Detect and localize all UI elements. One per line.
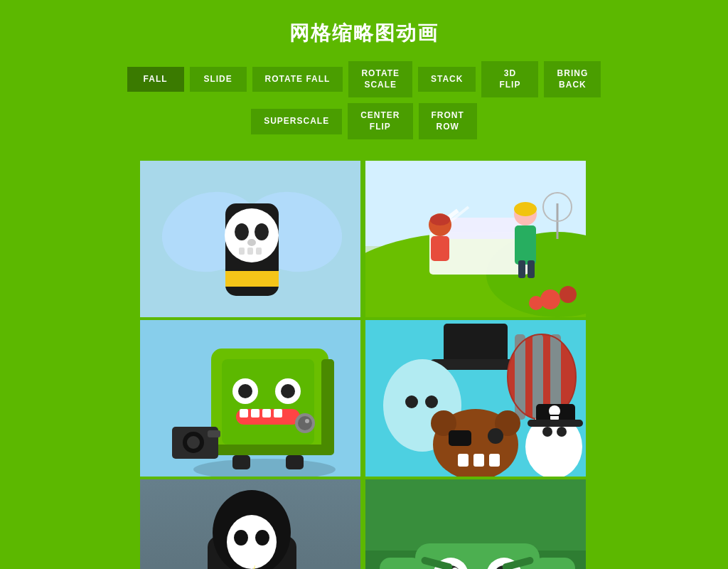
svg-point-84: [542, 427, 552, 437]
grid-item-1[interactable]: [140, 161, 360, 317]
svg-point-55: [187, 436, 200, 449]
svg-point-29: [560, 286, 577, 303]
svg-point-41: [238, 384, 252, 398]
grid-item-3[interactable]: [140, 320, 360, 477]
nav-btn-slide[interactable]: SLIDE: [190, 67, 247, 92]
svg-point-90: [227, 515, 277, 569]
svg-point-50: [305, 419, 309, 423]
nav-btn-stack[interactable]: STACK: [418, 67, 476, 92]
svg-point-62: [405, 395, 418, 408]
svg-rect-46: [262, 409, 271, 418]
nav-btn-center-flip[interactable]: CENTERFLIP: [348, 103, 412, 139]
svg-rect-65: [515, 334, 525, 420]
svg-point-85: [557, 427, 567, 437]
svg-point-8: [247, 239, 256, 246]
grid-item-5[interactable]: [140, 479, 360, 569]
nav-btn-bring-back[interactable]: BRINGBACK: [544, 61, 601, 97]
grid-item-6[interactable]: [365, 479, 586, 569]
svg-rect-27: [528, 260, 535, 278]
svg-rect-47: [274, 409, 282, 418]
svg-rect-36: [321, 359, 334, 455]
svg-rect-52: [286, 455, 304, 469]
svg-rect-106: [380, 558, 422, 569]
svg-point-63: [425, 395, 438, 408]
svg-point-28: [540, 289, 560, 309]
nav-btn-rotate-fall[interactable]: ROTATE FALL: [252, 67, 343, 92]
svg-rect-56: [208, 430, 220, 437]
nav-btn-fall[interactable]: FALL: [127, 67, 184, 92]
svg-point-42: [281, 384, 295, 398]
svg-point-92: [255, 530, 269, 546]
svg-rect-11: [256, 248, 262, 255]
svg-rect-51: [232, 455, 250, 469]
svg-rect-72: [449, 430, 471, 446]
svg-rect-4: [225, 271, 279, 287]
nav-row-1: FALL SLIDE ROTATE FALL ROTATESCALE STACK…: [127, 61, 601, 97]
svg-point-21: [430, 214, 450, 225]
page-title: 网格缩略图动画: [0, 0, 728, 61]
svg-point-24: [514, 202, 537, 216]
grid-container: [140, 161, 588, 569]
svg-rect-44: [240, 409, 248, 418]
svg-rect-25: [515, 225, 536, 265]
svg-rect-74: [458, 454, 469, 467]
grid-item-2[interactable]: [365, 161, 586, 317]
svg-point-7: [255, 223, 269, 240]
svg-rect-76: [489, 454, 500, 467]
svg-rect-75: [473, 454, 484, 467]
nav-btn-superscale[interactable]: SUPERSCALE: [251, 109, 342, 134]
svg-point-49: [298, 416, 312, 430]
svg-rect-45: [251, 409, 259, 418]
svg-rect-80: [528, 420, 583, 427]
svg-point-30: [529, 296, 543, 310]
svg-rect-26: [518, 260, 525, 278]
nav-btn-3d-flip[interactable]: 3DFLIP: [481, 61, 538, 97]
svg-point-6: [235, 223, 249, 240]
svg-rect-107: [532, 558, 575, 569]
svg-point-91: [234, 530, 248, 546]
grid-item-4[interactable]: [365, 320, 586, 477]
nav-btn-front-row[interactable]: FRONTROW: [419, 103, 477, 139]
nav-container: FALL SLIDE ROTATE FALL ROTATESCALE STACK…: [0, 61, 728, 139]
svg-point-73: [488, 428, 503, 444]
nav-btn-rotate-scale[interactable]: ROTATESCALE: [348, 61, 412, 97]
svg-rect-22: [431, 236, 449, 261]
nav-row-2: SUPERSCALE CENTERFLIP FRONTROW: [251, 103, 477, 139]
svg-rect-95: [365, 479, 586, 551]
svg-rect-10: [247, 248, 253, 255]
svg-rect-37: [211, 445, 328, 455]
svg-rect-58: [444, 324, 508, 363]
svg-rect-9: [239, 248, 245, 255]
